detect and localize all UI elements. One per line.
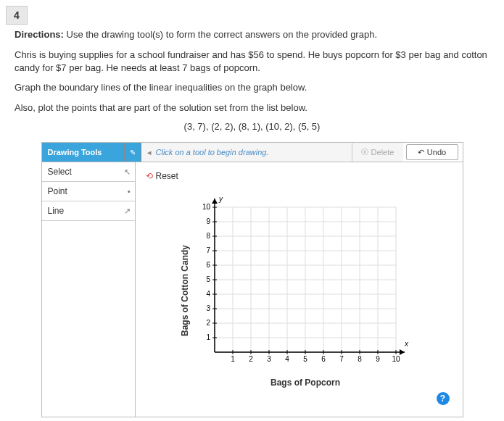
help-button[interactable]: ?	[437, 392, 450, 405]
reset-icon: ⟲	[146, 171, 153, 181]
delete-button[interactable]: ⓧDelete	[352, 143, 403, 162]
question-number: 4	[6, 6, 28, 25]
tools-header: Drawing Tools	[42, 143, 125, 162]
svg-text:10: 10	[392, 355, 400, 363]
svg-text:7: 7	[339, 355, 344, 363]
svg-text:2: 2	[206, 319, 210, 327]
svg-text:3: 3	[206, 304, 210, 312]
directions-text: Use the drawing tool(s) to form the corr…	[64, 29, 377, 40]
tool-hint: ◂Click on a tool to begin drawing.	[141, 143, 352, 162]
svg-text:8: 8	[206, 232, 210, 240]
svg-text:6: 6	[206, 261, 210, 269]
line-icon: ↗	[124, 207, 131, 216]
svg-text:8: 8	[358, 355, 362, 363]
svg-marker-25	[212, 199, 218, 204]
problem-text-2: Graph the boundary lines of the linear i…	[15, 81, 489, 94]
svg-text:10: 10	[202, 203, 211, 211]
x-axis-label: Bags of Popcorn	[193, 378, 418, 388]
tool-list: Select↖ Point• Line↗	[42, 162, 136, 417]
drawing-tool-panel: Drawing Tools ✎ ◂Click on a tool to begi…	[41, 142, 463, 417]
directions: Directions: Use the drawing tool(s) to f…	[15, 29, 489, 40]
svg-text:4: 4	[206, 290, 210, 298]
tool-point[interactable]: Point•	[42, 182, 135, 201]
tool-select[interactable]: Select↖	[42, 162, 135, 182]
svg-text:1: 1	[231, 355, 235, 363]
svg-text:2: 2	[249, 355, 253, 363]
svg-marker-24	[400, 349, 405, 355]
svg-text:4: 4	[285, 355, 289, 363]
svg-text:5: 5	[303, 355, 307, 363]
undo-icon: ↶	[418, 148, 424, 157]
point-icon: •	[128, 187, 131, 196]
svg-text:x: x	[404, 340, 409, 348]
problem-text-3: Also, plot the points that are part of t…	[15, 101, 489, 114]
svg-text:3: 3	[267, 355, 271, 363]
svg-text:9: 9	[376, 355, 380, 363]
svg-text:5: 5	[206, 275, 210, 283]
svg-text:6: 6	[321, 355, 326, 363]
svg-text:7: 7	[206, 246, 210, 254]
y-axis-label: Bags of Cotton Candy	[180, 245, 190, 336]
cursor-icon: ↖	[124, 167, 131, 177]
caret-left-icon: ◂	[147, 148, 152, 157]
svg-text:1: 1	[206, 333, 210, 341]
undo-button[interactable]: ↶Undo	[406, 144, 458, 160]
svg-text:y: y	[218, 195, 223, 203]
points-list: (3, 7), (2, 2), (8, 1), (10, 2), (5, 5)	[15, 121, 489, 132]
pin-icon[interactable]: ✎	[125, 143, 141, 162]
directions-label: Directions:	[15, 29, 64, 40]
problem-text-1: Chris is buying supplies for a school fu…	[15, 49, 489, 74]
svg-text:9: 9	[206, 217, 210, 225]
reset-tool-button[interactable]: ⟲Reset	[143, 167, 455, 186]
delete-icon: ⓧ	[361, 147, 368, 157]
tool-line[interactable]: Line↗	[42, 201, 135, 221]
graph-canvas[interactable]: 1234567891012345678910xy	[193, 193, 418, 374]
